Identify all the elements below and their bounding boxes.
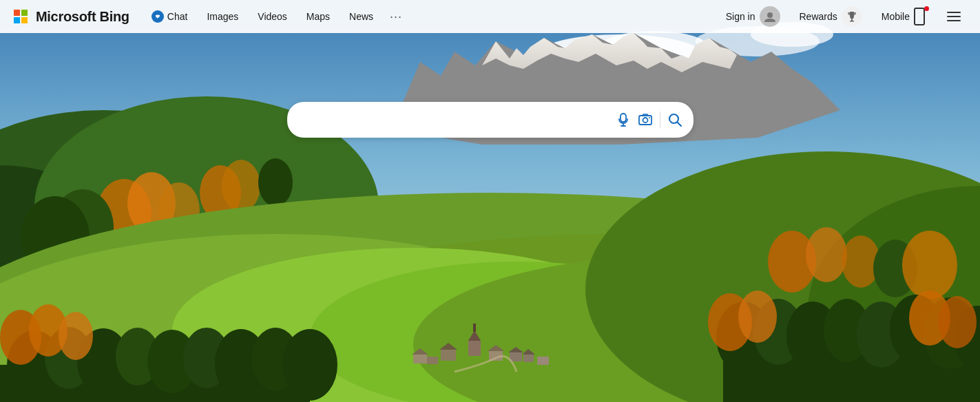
search-container [0,102,980,138]
nav-news[interactable]: News [341,8,382,25]
phone-icon [914,6,929,27]
svg-point-74 [767,12,773,18]
svg-point-72 [938,296,977,348]
svg-rect-32 [468,341,481,356]
microsoft-logo-icon [14,10,28,23]
camera-search-icon[interactable] [638,112,653,127]
trophy-icon [842,6,862,27]
nav-chat[interactable]: Chat [143,8,196,25]
nav-right: Sign in Rewards Mobile [719,3,966,30]
search-icons [616,112,682,128]
svg-point-80 [643,118,647,123]
videos-label: Videos [258,11,287,22]
svg-line-83 [677,123,681,127]
nav-maps[interactable]: Maps [298,8,338,25]
sign-in-button[interactable]: Sign in [719,3,787,30]
notification-dot [924,6,929,11]
chat-label: Chat [167,11,188,22]
mobile-button[interactable]: Mobile [875,3,936,30]
rewards-button[interactable]: Rewards [793,3,869,30]
svg-rect-76 [850,21,854,22]
avatar-icon [760,6,780,27]
svg-point-17 [222,160,260,212]
search-divider [660,112,660,128]
svg-rect-34 [473,324,476,332]
svg-point-81 [649,117,650,118]
svg-rect-46 [537,357,549,365]
nav-links: Chat Images Videos Maps News ··· [143,7,716,27]
search-box [287,102,694,138]
sign-in-label: Sign in [726,11,755,22]
svg-rect-79 [639,116,651,125]
news-label: News [349,11,373,22]
nav-videos[interactable]: Videos [249,8,295,25]
search-input[interactable] [301,113,610,127]
hamburger-icon [947,16,961,17]
svg-point-18 [258,158,293,207]
nav-images[interactable]: Images [198,8,247,25]
microphone-icon[interactable] [616,112,631,127]
logo-text: Microsoft Bing [36,9,129,25]
svg-point-59 [59,312,93,360]
mobile-label: Mobile [882,11,910,22]
hamburger-icon [947,20,961,21]
rewards-label: Rewards [800,11,837,22]
chat-icon [152,10,164,23]
images-label: Images [207,11,238,22]
svg-rect-75 [851,19,853,21]
background-landscape [0,0,980,402]
nav-more-dots[interactable]: ··· [384,7,408,27]
search-submit-icon[interactable] [667,112,682,127]
svg-point-70 [738,290,777,343]
svg-point-28 [806,227,847,282]
svg-rect-44 [523,355,534,362]
svg-point-31 [902,231,957,299]
svg-rect-43 [427,357,438,364]
hamburger-icon [947,12,961,13]
maps-label: Maps [306,11,330,22]
svg-point-56 [282,329,337,401]
svg-rect-35 [441,350,456,361]
hamburger-button[interactable] [941,8,966,25]
svg-rect-41 [413,355,427,363]
navbar: Microsoft Bing Chat Images Videos Maps N… [0,0,980,33]
bing-logo[interactable]: Microsoft Bing [14,9,129,25]
